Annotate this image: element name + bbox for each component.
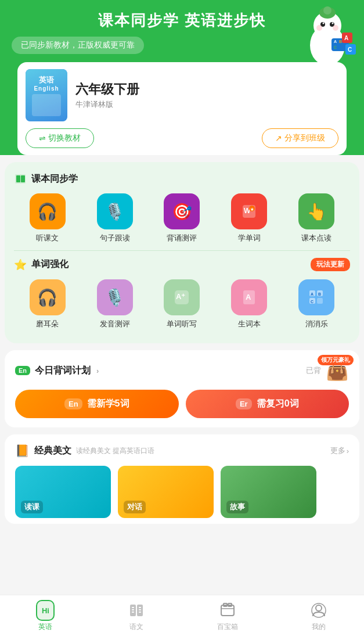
svg-rect-44 [221, 605, 234, 616]
recite-eval-label: 背诵测评 [167, 233, 197, 243]
vocab-plan-header: En 今日背词计划 › 已背 👜 领万元豪礼 [15, 359, 349, 382]
sync-learning-section: 课本同步学 🎧 听课文 🎙️ 句子跟读 🎯 背诵测评 W [5, 162, 359, 343]
nav-profile-label: 我的 [312, 622, 326, 632]
svg-rect-40 [132, 612, 134, 613]
section2-title: ⭐ 单词强化 [14, 258, 69, 271]
learn-words-item[interactable]: W ★ 学单词 [215, 193, 283, 243]
svg-text:A: A [311, 292, 313, 296]
sentence-reading-item[interactable]: 🎙️ 句子跟读 [81, 193, 149, 243]
pronunciation-label: 发音测评 [100, 319, 130, 329]
vocab-book-label: 生词本 [238, 319, 261, 329]
cover-cn: 英语 [39, 75, 54, 85]
nav-profile[interactable]: 我的 [273, 601, 364, 632]
textbook-publisher: 牛津译林版 [75, 99, 338, 110]
point-reading-icon: 👆 [298, 193, 334, 229]
vocab-buttons: En 需新学5词 Er 需复习0词 [15, 390, 349, 418]
switch-label: 切换教材 [48, 133, 81, 143]
learn-words-icon: W ★ [231, 193, 267, 229]
svg-text:A: A [334, 39, 337, 44]
svg-rect-38 [132, 607, 134, 608]
point-reading-item[interactable]: 👆 课本点读 [283, 193, 350, 243]
dictation-item[interactable]: A⁺ 单词听写 [149, 279, 216, 329]
nav-english[interactable]: Hi 英语 [0, 601, 91, 632]
ear-training-item[interactable]: 🎧 磨耳朵 [14, 279, 81, 329]
svg-rect-20 [21, 175, 25, 182]
svg-rect-42 [139, 609, 141, 610]
pronunciation-item[interactable]: 🎙️ 发音测评 [81, 279, 149, 329]
vocab-award-bag[interactable]: 👜 领万元豪礼 [326, 359, 349, 382]
svg-text:A: A [344, 35, 348, 41]
reading-more[interactable]: 更多 › [330, 445, 349, 456]
vocab-book-icon: A [231, 279, 267, 315]
svg-text:★: ★ [250, 207, 254, 211]
sentence-reading-icon: 🎙️ [97, 193, 133, 229]
ear-training-icon: 🎧 [30, 279, 66, 315]
sentence-reading-label: 句子跟读 [100, 233, 130, 243]
vocab-chevron: › [96, 366, 99, 375]
reading-book-dialog[interactable]: 对话 [118, 466, 214, 518]
svg-point-6 [323, 23, 325, 24]
nav-chinese[interactable]: 语文 [91, 601, 182, 632]
share-button[interactable]: ↗ 分享到班级 [262, 128, 338, 148]
svg-text:C: C [334, 45, 337, 49]
reading-book-icon: 📙 [15, 444, 30, 458]
header: 课本同步学 英语进步快 已同步新教材，正版权威更可靠 A B C [0, 0, 364, 155]
star-icon: ⭐ [14, 258, 27, 271]
book-icon [14, 172, 27, 185]
new-words-button[interactable]: En 需新学5词 [15, 390, 179, 418]
new-words-icon: En [64, 398, 82, 409]
story-book-label: 故事 [226, 501, 248, 513]
cover-en: English [34, 85, 59, 92]
elimination-game-icon: A B C [298, 279, 334, 315]
recite-eval-item[interactable]: 🎯 背诵测评 [149, 193, 216, 243]
reading-book-listen[interactable]: 读课 [15, 466, 111, 518]
elimination-game-item[interactable]: A B C 消消乐 [283, 279, 350, 329]
listen-book-label: 读课 [21, 501, 43, 513]
section2-grid: 🎧 磨耳朵 🎙️ 发音测评 A⁺ 单词听写 [14, 279, 350, 329]
svg-point-8 [316, 25, 322, 31]
vocab-plan-title[interactable]: En 今日背词计划 › [15, 365, 99, 377]
dictation-icon: A⁺ [164, 279, 200, 315]
section1-grid: 🎧 听课文 🎙️ 句子跟读 🎯 背诵测评 W ★ [14, 193, 350, 243]
award-badge-label: 领万元豪礼 [318, 355, 354, 365]
svg-text:C: C [348, 46, 352, 53]
svg-rect-43 [139, 612, 141, 613]
switch-textbook-button[interactable]: ⇌ 切换教材 [26, 128, 94, 148]
dialog-book-label: 对话 [124, 501, 146, 513]
nav-toolbox-label: 百宝箱 [217, 622, 238, 632]
switch-icon: ⇌ [39, 134, 46, 143]
nav-toolbox-icon [218, 601, 237, 620]
ear-training-label: 磨耳朵 [36, 319, 59, 329]
vocab-book-item[interactable]: A 生词本 [215, 279, 283, 329]
svg-text:B: B [339, 39, 342, 44]
header-subtitle: 已同步新教材，正版权威更可靠 [12, 37, 144, 54]
textbook-grade: 六年级下册 [75, 81, 338, 98]
nav-english-label: 英语 [38, 622, 52, 632]
elimination-game-label: 消消乐 [305, 319, 328, 329]
textbook-card: 英语 English 六年级下册 牛津译林版 ⇌ 切换教材 ↗ 分享到班级 [17, 62, 347, 155]
svg-rect-19 [16, 175, 20, 182]
svg-point-9 [333, 25, 338, 31]
nav-profile-icon [309, 601, 328, 620]
vocab-en-icon: En [15, 366, 30, 375]
new-badge: 玩法更新 [311, 258, 350, 271]
review-words-button[interactable]: Er 需复习0词 [186, 390, 349, 418]
reading-books-list: 读课 对话 故事 [15, 466, 349, 518]
section2-header: ⭐ 单词强化 玩法更新 [14, 258, 350, 271]
nav-toolbox[interactable]: 百宝箱 [182, 601, 273, 632]
svg-point-3 [323, 6, 331, 15]
section1-title: 课本同步学 [14, 172, 350, 185]
mascot: A B C A C [290, 3, 359, 75]
reading-header: 📙 经典美文 读经典美文 提高英语口语 更多 › [15, 444, 349, 458]
svg-rect-35 [317, 298, 323, 304]
svg-text:C: C [311, 300, 313, 304]
nav-chinese-label: 语文 [129, 622, 143, 632]
reading-book-story[interactable]: 故事 [221, 466, 316, 518]
svg-text:A⁺: A⁺ [176, 292, 185, 301]
svg-rect-41 [139, 607, 141, 608]
listen-lesson-item[interactable]: 🎧 听课文 [14, 193, 81, 243]
listen-lesson-icon: 🎧 [30, 193, 66, 229]
svg-point-48 [316, 605, 322, 611]
svg-rect-39 [132, 609, 134, 610]
reading-card: 📙 经典美文 读经典美文 提高英语口语 更多 › 读课 对话 故事 [5, 434, 359, 524]
